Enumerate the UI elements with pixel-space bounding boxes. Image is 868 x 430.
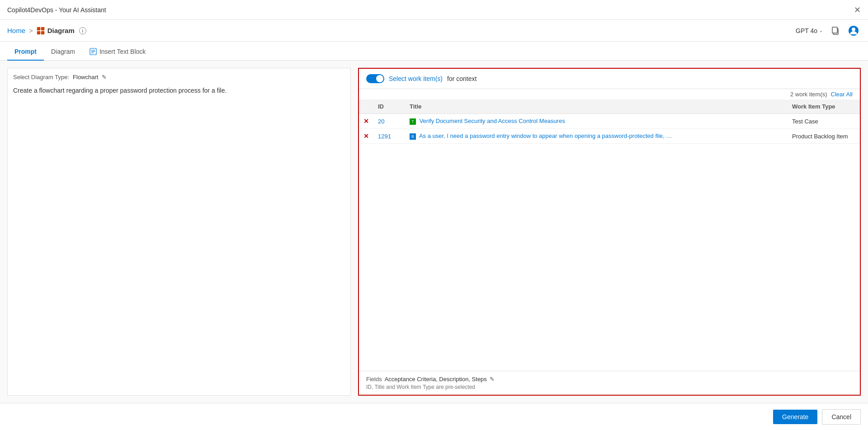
diagram-type-value: Flowchart bbox=[73, 74, 98, 80]
for-context-text: for context bbox=[447, 75, 476, 82]
generate-button[interactable]: Generate bbox=[773, 410, 817, 424]
close-button[interactable]: ✕ bbox=[854, 5, 861, 15]
col-header-remove bbox=[359, 99, 373, 114]
item-title-link[interactable]: As a user, I need a password entry windo… bbox=[419, 132, 672, 139]
header-right: GPT 4o ⌄ bbox=[796, 24, 861, 38]
work-item-header-left: Select work item(s) for context bbox=[366, 74, 476, 83]
item-id-link[interactable]: 20 bbox=[378, 118, 384, 125]
table-row: ✕ 20 T Verify Document Security and Acce… bbox=[359, 114, 860, 129]
copy-icon-button[interactable] bbox=[828, 24, 843, 38]
work-items-list: ID Title Work Item Type ✕ 20 T Verify Do… bbox=[359, 99, 860, 144]
fields-preselected: ID, Title and Work Item Type are pre-sel… bbox=[366, 384, 853, 390]
col-header-title: Title bbox=[405, 99, 788, 114]
col-header-type: Work Item Type bbox=[788, 99, 860, 114]
fields-values: Acceptance Criteria, Description, Steps bbox=[385, 376, 487, 383]
fields-row: Fields Acceptance Criteria, Description,… bbox=[366, 376, 853, 383]
model-chevron-icon: ⌄ bbox=[819, 28, 823, 33]
left-panel: Select Diagram Type: Flowchart ✎ Create … bbox=[7, 68, 351, 396]
home-link[interactable]: Home bbox=[7, 27, 25, 34]
bottom-bar: Generate Cancel bbox=[0, 403, 868, 430]
work-item-type-icon: B bbox=[410, 133, 416, 140]
prompt-text: Create a flowchart regarding a proper pa… bbox=[13, 86, 345, 95]
select-work-item-link[interactable]: Select work item(s) bbox=[389, 75, 443, 82]
remove-item-button[interactable]: ✕ bbox=[363, 132, 369, 140]
item-title-link[interactable]: Verify Document Security and Access Cont… bbox=[420, 118, 565, 124]
insert-text-block-icon bbox=[90, 48, 97, 55]
item-type-cell: Test Case bbox=[788, 114, 860, 129]
diagram-label: Diagram bbox=[47, 27, 75, 34]
fields-edit-icon[interactable]: ✎ bbox=[490, 376, 495, 383]
copy-icon bbox=[831, 26, 840, 35]
work-item-count: 2 work item(s) bbox=[790, 91, 827, 98]
model-label: GPT 4o bbox=[796, 27, 817, 34]
avatar-icon bbox=[848, 25, 859, 36]
svg-rect-3 bbox=[41, 31, 44, 34]
remove-cell: ✕ bbox=[359, 129, 373, 144]
work-item-type-icon: T bbox=[410, 118, 416, 125]
svg-rect-0 bbox=[37, 27, 40, 30]
svg-rect-2 bbox=[37, 31, 40, 34]
tab-insert-text-block[interactable]: Insert Text Block bbox=[82, 43, 153, 61]
cancel-button[interactable]: Cancel bbox=[822, 409, 861, 425]
diagram-type-edit-icon[interactable]: ✎ bbox=[102, 74, 107, 80]
diagram-page-icon bbox=[37, 27, 45, 35]
model-selector[interactable]: GPT 4o ⌄ bbox=[796, 27, 823, 34]
tabs-row: Prompt Diagram Insert Text Block bbox=[0, 42, 868, 61]
item-title-cell: B As a user, I need a password entry win… bbox=[405, 129, 788, 144]
svg-point-7 bbox=[852, 28, 855, 31]
svg-rect-5 bbox=[832, 27, 837, 33]
work-item-count-row: 2 work item(s) Clear All bbox=[359, 89, 860, 99]
avatar-button[interactable] bbox=[846, 24, 861, 38]
breadcrumb: Home > Diagram i bbox=[7, 27, 86, 35]
tab-diagram[interactable]: Diagram bbox=[44, 43, 82, 61]
clear-all-link[interactable]: Clear All bbox=[831, 91, 853, 98]
fields-footer: Fields Acceptance Criteria, Description,… bbox=[359, 371, 860, 395]
tab-insert-text-block-label: Insert Text Block bbox=[99, 48, 146, 55]
header-row: Home > Diagram i GPT 4o ⌄ bbox=[0, 20, 868, 42]
right-panel: Select work item(s) for context 2 work i… bbox=[358, 68, 861, 396]
remove-cell: ✕ bbox=[359, 114, 373, 129]
fields-label: Fields bbox=[366, 376, 382, 383]
col-header-id: ID bbox=[373, 99, 405, 114]
title-bar: Copilot4DevOps - Your AI Assistant ✕ bbox=[0, 0, 868, 20]
item-id-cell: 1291 bbox=[373, 129, 405, 144]
diagram-type-row: Select Diagram Type: Flowchart ✎ bbox=[13, 74, 345, 80]
window-title: Copilot4DevOps - Your AI Assistant bbox=[7, 6, 106, 14]
table-header-row: ID Title Work Item Type bbox=[359, 99, 860, 114]
header-icons bbox=[828, 24, 861, 38]
current-page: Diagram i bbox=[37, 27, 86, 35]
tab-prompt[interactable]: Prompt bbox=[7, 43, 44, 61]
work-items-table: ID Title Work Item Type ✕ 20 T Verify Do… bbox=[359, 99, 860, 371]
item-title-cell: T Verify Document Security and Access Co… bbox=[405, 114, 788, 129]
item-type-cell: Product Backlog Item bbox=[788, 129, 860, 144]
work-item-header: Select work item(s) for context bbox=[359, 69, 860, 89]
item-id-link[interactable]: 1291 bbox=[378, 133, 391, 140]
tab-prompt-label: Prompt bbox=[14, 48, 37, 55]
table-row: ✕ 1291 B As a user, I need a password en… bbox=[359, 129, 860, 144]
info-icon[interactable]: i bbox=[79, 27, 86, 34]
item-id-cell: 20 bbox=[373, 114, 405, 129]
tab-diagram-label: Diagram bbox=[51, 48, 75, 55]
work-item-toggle[interactable] bbox=[366, 74, 384, 83]
remove-item-button[interactable]: ✕ bbox=[363, 118, 369, 125]
svg-rect-1 bbox=[41, 27, 44, 30]
main-content: Select Diagram Type: Flowchart ✎ Create … bbox=[0, 61, 868, 403]
diagram-type-label: Select Diagram Type: bbox=[13, 74, 69, 80]
breadcrumb-separator: > bbox=[29, 27, 33, 34]
